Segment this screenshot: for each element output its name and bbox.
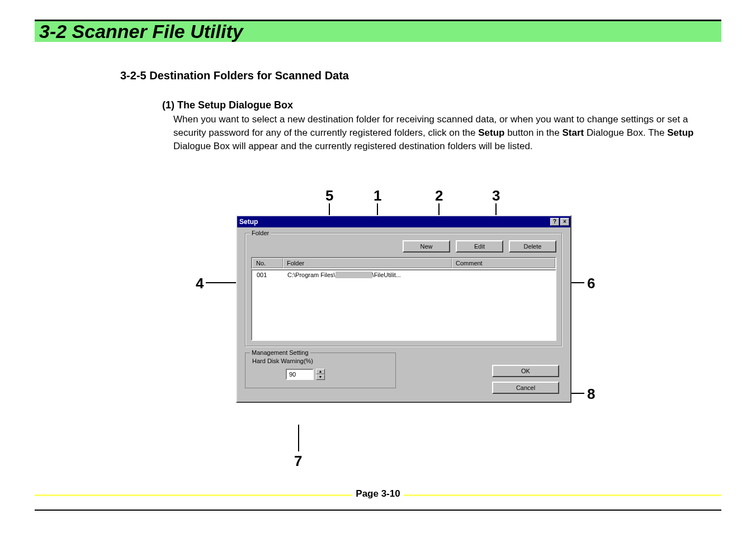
titlebar: Setup ? ×	[237, 216, 570, 227]
folder-list[interactable]: 001 C:\Program Files\xxxxxxxxxxxx\FileUt…	[251, 269, 556, 341]
new-button[interactable]: New	[403, 240, 450, 253]
setup-dialog: Setup ? × Folder New Edit Delete No. Fol…	[236, 215, 571, 403]
column-header-comment[interactable]: Comment	[452, 258, 555, 268]
management-group-label: Management Setting	[250, 349, 310, 356]
hdd-warning-label: Hard Disk Warning(%)	[252, 358, 384, 364]
body-paragraph: When you want to select a new destinatio…	[173, 113, 711, 153]
management-groupbox: Management Setting Hard Disk Warning(%) …	[245, 353, 396, 388]
callout-5: 5	[325, 187, 333, 204]
callout-1: 1	[374, 187, 381, 204]
delete-button[interactable]: Delete	[509, 240, 556, 253]
black-rule	[35, 510, 721, 511]
body-text-2: button in the	[504, 127, 562, 138]
body-text-3: Dialogue Box. The	[584, 127, 667, 138]
callout-8: 8	[587, 386, 595, 403]
callout-6: 6	[587, 275, 595, 292]
hdd-spin-wrap: ▲ ▼	[286, 369, 384, 380]
setup-bold-1: Setup	[478, 127, 504, 138]
dialog-body: Folder New Edit Delete No. Folder Commen…	[237, 227, 570, 402]
folder-button-row: New Edit Delete	[251, 240, 556, 253]
section-title: 3-2-5 Destination Folders for Scanned Da…	[120, 69, 349, 82]
ok-button[interactable]: OK	[492, 365, 559, 377]
row-folder-redacted: xxxxxxxxxxxx	[336, 272, 372, 278]
spin-down-icon[interactable]: ▼	[316, 374, 325, 380]
ok-cancel-column: OK Cancel	[492, 365, 559, 394]
help-button[interactable]: ?	[550, 218, 559, 226]
start-bold: Start	[562, 127, 584, 138]
page-footer: Page 3-10	[35, 494, 721, 511]
callout-7: 7	[294, 453, 302, 470]
column-header-folder[interactable]: Folder	[283, 258, 452, 268]
page-number: Page 3-10	[352, 488, 403, 499]
column-header-no[interactable]: No.	[252, 258, 283, 268]
management-row: Management Setting Hard Disk Warning(%) …	[245, 353, 563, 394]
setup-bold-2: Setup	[667, 127, 693, 138]
row-comment	[451, 272, 554, 278]
titlebar-buttons: ? ×	[550, 218, 569, 226]
folder-groupbox: Folder New Edit Delete No. Folder Commen…	[245, 233, 563, 347]
close-button[interactable]: ×	[560, 218, 569, 226]
list-item[interactable]: 001 C:\Program Files\xxxxxxxxxxxx\FileUt…	[253, 272, 554, 278]
page-header: 3-2 Scanner File Utility	[35, 20, 721, 42]
hdd-spinner: ▲ ▼	[316, 369, 325, 380]
folder-group-label: Folder	[250, 230, 271, 236]
callout-4: 4	[196, 275, 204, 292]
row-folder: C:\Program Files\xxxxxxxxxxxx\FileUtilit…	[284, 272, 451, 278]
hdd-warning-input[interactable]	[286, 369, 314, 380]
dialog-figure: 5 1 2 3 4 6 8 7 Setup ? × Folder New Edi…	[196, 190, 609, 458]
row-folder-suffix: \FileUtilit...	[372, 272, 401, 278]
subsection-title: (1) The Setup Dialogue Box	[162, 99, 293, 111]
row-no: 001	[253, 272, 284, 278]
header-title: 3-2 Scanner File Utility	[35, 21, 721, 41]
spin-up-icon[interactable]: ▲	[316, 369, 325, 374]
list-header: No. Folder Comment	[251, 257, 556, 269]
edit-button[interactable]: Edit	[456, 240, 503, 253]
cancel-button[interactable]: Cancel	[492, 382, 559, 394]
callout-line	[298, 425, 299, 451]
callout-3: 3	[492, 187, 500, 204]
callout-2: 2	[435, 187, 443, 204]
body-text-4: Dialogue Box will appear and the current…	[173, 141, 533, 151]
dialog-title: Setup	[239, 218, 258, 226]
row-folder-prefix: C:\Program Files\	[287, 272, 336, 278]
